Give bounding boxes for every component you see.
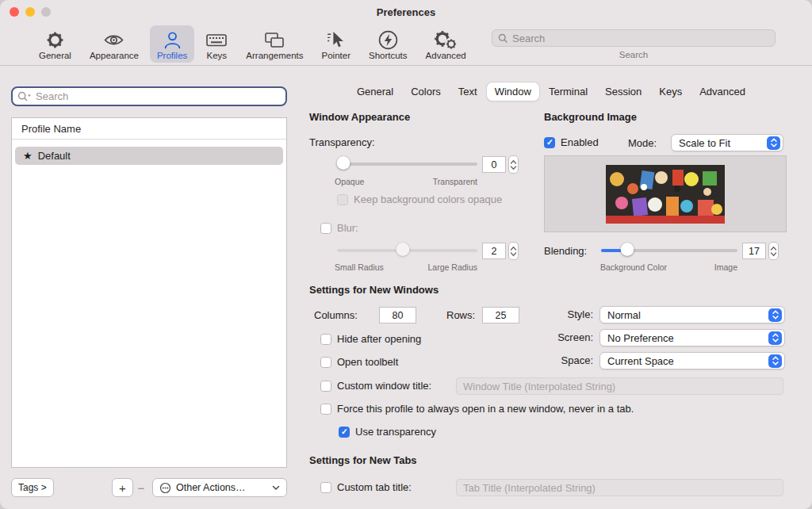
toolbar-items: General Appearance	[32, 25, 473, 63]
blur-checkbox[interactable]	[320, 223, 331, 234]
force-new-window-checkbox[interactable]	[320, 404, 331, 415]
slider-knob[interactable]	[396, 243, 410, 256]
toolbar-item-shortcuts[interactable]: Shortcuts	[362, 25, 415, 63]
toolbar-item-appearance[interactable]: Appearance	[82, 25, 146, 63]
profile-search-input[interactable]	[36, 90, 281, 102]
titlebar: Preferences	[0, 0, 812, 24]
toolbar-item-label: Advanced	[426, 51, 466, 60]
toolbar-item-label: General	[39, 51, 71, 60]
style-dropdown[interactable]: Normal	[599, 306, 785, 323]
bg-mode-dropdown[interactable]: Scale to Fit	[671, 134, 783, 151]
toolbar-item-arrangements[interactable]: Arrangements	[239, 25, 310, 63]
slider-knob[interactable]	[337, 156, 350, 170]
other-actions-button[interactable]: Other Actions…	[152, 478, 287, 497]
custom-tab-title-label: Custom tab title:	[337, 481, 412, 493]
blur-label: Blur:	[337, 222, 358, 234]
blending-value-field[interactable]	[742, 243, 766, 259]
star-icon: ★	[23, 150, 33, 162]
eye-icon	[103, 29, 124, 51]
tab-terminal[interactable]: Terminal	[541, 82, 596, 101]
gears-icon	[434, 29, 458, 51]
toolbar-search-field[interactable]	[492, 29, 776, 47]
style-label: Style:	[514, 308, 593, 320]
blur-stepper[interactable]	[508, 242, 519, 260]
blending-stepper[interactable]	[768, 242, 779, 260]
bg-enabled-label: Enabled	[561, 136, 599, 148]
custom-window-title-checkbox[interactable]	[320, 381, 331, 392]
toolbar-item-pointer[interactable]: Pointer	[315, 25, 358, 63]
bg-mode-label: Mode:	[628, 137, 657, 149]
tab-colors[interactable]: Colors	[403, 82, 449, 101]
keep-opaque-checkbox[interactable]	[337, 194, 348, 205]
columns-field[interactable]	[379, 307, 416, 323]
window-title-field[interactable]	[456, 377, 783, 395]
tab-text[interactable]: Text	[450, 82, 485, 101]
toolbar-item-label: Arrangements	[246, 51, 303, 60]
transparency-slider[interactable]	[337, 156, 477, 170]
blur-slider[interactable]	[337, 243, 477, 257]
space-dropdown[interactable]: Current Space	[599, 352, 785, 369]
person-icon	[162, 29, 183, 51]
transparency-stepper[interactable]	[508, 155, 519, 174]
style-value: Normal	[607, 309, 764, 321]
search-scope-icon	[17, 91, 32, 102]
blur-value-field[interactable]	[482, 243, 506, 259]
blur-row: Blur:	[320, 222, 358, 234]
window-title: Preferences	[0, 6, 812, 18]
keep-opaque-row: Keep background colors opaque	[337, 193, 502, 205]
open-toolbelt-checkbox[interactable]	[320, 357, 331, 368]
toolbar-item-general[interactable]: General	[32, 25, 79, 63]
force-new-window-row: Force this profile to always open in a n…	[320, 403, 634, 415]
custom-window-title-label: Custom window title:	[337, 380, 431, 392]
tab-advanced[interactable]: Advanced	[691, 82, 753, 101]
blending-slider[interactable]	[601, 243, 737, 257]
add-profile-button[interactable]: +	[112, 478, 133, 497]
open-toolbelt-row: Open toolbelt	[320, 356, 398, 368]
custom-tab-title-row: Custom tab title:	[320, 481, 412, 493]
blending-label: Blending:	[544, 245, 587, 257]
use-transparency-checkbox[interactable]	[339, 427, 350, 438]
tab-general[interactable]: General	[349, 82, 401, 101]
slider-knob[interactable]	[621, 243, 634, 256]
transparency-value-field[interactable]	[482, 156, 506, 173]
window-appearance-header: Window Appearance	[309, 111, 410, 123]
toolbar-item-label: Keys	[207, 51, 228, 60]
toolbar-item-advanced[interactable]: Advanced	[419, 25, 473, 63]
tab-window[interactable]: Window	[487, 82, 539, 101]
use-transparency-row: Use transparency	[339, 426, 436, 438]
other-actions-label: Other Actions…	[176, 482, 246, 493]
tags-button[interactable]: Tags >	[11, 478, 54, 497]
use-transparency-label: Use transparency	[355, 426, 436, 438]
tab-title-field[interactable]	[456, 479, 783, 496]
background-color-label: Background Color	[600, 262, 667, 272]
dropdown-arrows-icon	[768, 331, 782, 345]
toolbar-item-label: Appearance	[90, 51, 139, 60]
profile-row-default[interactable]: ★ Default	[15, 147, 283, 165]
toolbar-search-caption: Search	[492, 50, 776, 59]
toolbar-search-input[interactable]	[512, 33, 769, 44]
tab-session[interactable]: Session	[597, 82, 649, 101]
custom-tab-title-checkbox[interactable]	[320, 482, 331, 493]
new-windows-header: Settings for New Windows	[309, 284, 439, 296]
profile-settings-panel: General Colors Text Window Terminal Sess…	[301, 79, 801, 509]
screen-dropdown[interactable]: No Preference	[599, 329, 785, 346]
background-image-well[interactable]	[544, 155, 787, 232]
small-radius-label: Small Radius	[335, 262, 384, 272]
space-label: Space:	[514, 354, 593, 366]
remove-profile-button[interactable]: −	[133, 478, 149, 497]
hide-after-opening-label: Hide after opening	[337, 333, 421, 345]
toolbar-item-profiles[interactable]: Profiles	[150, 25, 194, 63]
large-radius-label: Large Radius	[420, 262, 477, 272]
slider-track	[337, 163, 477, 166]
bg-enabled-row: Enabled	[544, 136, 599, 148]
bg-enabled-checkbox[interactable]	[544, 137, 555, 148]
profile-list-header: Profile Name	[12, 118, 286, 140]
chevron-down-icon	[272, 485, 280, 491]
open-toolbelt-label: Open toolbelt	[337, 356, 398, 368]
tab-keys[interactable]: Keys	[651, 82, 690, 101]
toolbar-item-keys[interactable]: Keys	[198, 25, 235, 63]
transparency-label: Transparency:	[309, 136, 375, 148]
profile-search-field[interactable]	[11, 86, 287, 106]
screen-value: No Preference	[607, 332, 764, 344]
hide-after-opening-checkbox[interactable]	[320, 334, 331, 345]
